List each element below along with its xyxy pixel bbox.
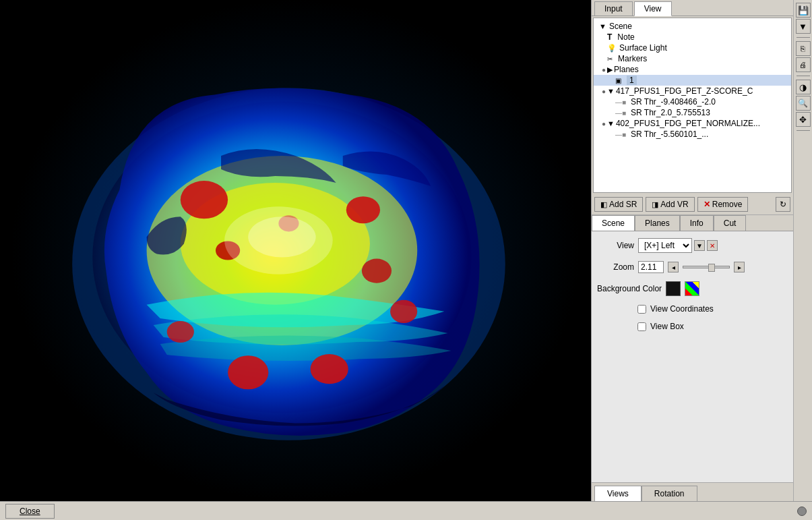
zoom-input[interactable]: [638, 261, 664, 273]
tab-planes[interactable]: Planes: [635, 215, 680, 231]
tree-item-sr-thr2[interactable]: — ■ SR Thr_2.0_5.755513: [594, 107, 791, 118]
tab-scene[interactable]: Scene: [592, 215, 635, 231]
zoom-label: Zoom: [597, 262, 634, 272]
tab-cut[interactable]: Cut: [714, 215, 747, 231]
tree-panel: ▼ Scene T Note 💡 Surface Light: [593, 18, 792, 193]
view-coords-label[interactable]: View Coordinates: [650, 304, 714, 314]
move-icon: ✥: [799, 115, 807, 125]
tree-item-sr-thr3[interactable]: — ■ SR Thr_-5.560101_...: [594, 129, 791, 140]
print-toolbar-btn[interactable]: 🖨: [796, 57, 811, 72]
bg-color-label: Background Color: [597, 284, 662, 293]
svg-point-5: [181, 181, 228, 219]
save-toolbar-btn[interactable]: 💾: [796, 3, 811, 18]
eye-pfus2-icon: ●: [602, 120, 606, 127]
tab-view[interactable]: View: [634, 1, 672, 16]
tree-item-planes-1[interactable]: ▣ 1: [594, 75, 791, 86]
sr-thr2-icon: ■: [622, 109, 626, 117]
tree-label-note: Note: [617, 32, 634, 42]
sr-thr1-icon: ■: [622, 98, 626, 106]
plane-item-icon: ▣: [615, 77, 621, 84]
add-vr-button[interactable]: ◨ Add VR: [646, 197, 694, 212]
tree-label-surface-light: Surface Light: [619, 43, 667, 53]
svg-point-7: [362, 259, 392, 283]
collapse-icon: ▼: [599, 22, 606, 30]
view-box-row: View Box: [637, 322, 788, 331]
tree-label-pfus1: 417_PFUS1_FDG_PET_Z-SCORE_C: [616, 86, 753, 96]
dash-icon1: —: [615, 98, 622, 106]
view-box-checkbox[interactable]: [637, 322, 646, 331]
pfus2-expand-icon: ▼: [607, 119, 615, 127]
tab-input[interactable]: Input: [594, 1, 633, 16]
tree-label-sr-thr2: SR Thr_2.0_5.755513: [631, 108, 710, 117]
scroll-left-btn[interactable]: ◂: [594, 193, 603, 194]
refresh-button[interactable]: ↻: [776, 197, 790, 212]
footer-tabs: Views Rotation: [592, 482, 793, 501]
tree-item-markers[interactable]: ✂ Markers: [594, 53, 791, 64]
right-toolbar: 💾 ▼ ⎘ 🖨 ◑ 🔍 ✥: [793, 0, 812, 501]
tree-label-pfus2: 402_PFUS1_FDG_PET_NORMALIZE...: [616, 119, 760, 128]
move-toolbar-btn[interactable]: ✥: [796, 112, 811, 127]
tab-info[interactable]: Info: [680, 215, 714, 231]
action-bar: ◧ Add SR ◨ Add VR ✕ Remove ↻: [592, 194, 793, 215]
scroll-right-btn[interactable]: ▸: [782, 193, 791, 194]
view-coords-row: View Coordinates: [637, 304, 788, 314]
tree-label-planes-1: 1: [627, 76, 637, 85]
tree-label-markers: Markers: [618, 54, 647, 63]
horizontal-scrollbar[interactable]: ◂ ▸: [594, 192, 791, 193]
toolbar-divider-1: [797, 37, 810, 38]
zoom-decrease-btn[interactable]: ◂: [668, 262, 679, 272]
contrast-toolbar-btn[interactable]: ◑: [796, 80, 811, 94]
eye-pfus1-icon: ●: [602, 88, 606, 95]
zoom-slider-thumb[interactable]: [708, 264, 715, 272]
eye-planes-icon: ●: [602, 66, 606, 74]
zoom-slider[interactable]: [683, 266, 730, 268]
arrow-down-icon: ▼: [799, 22, 807, 32]
sr-thr3-icon: ■: [622, 131, 626, 138]
remove-label: Remove: [712, 200, 743, 209]
tree-item-note[interactable]: T Note: [594, 32, 791, 42]
remove-x-icon: ✕: [704, 200, 710, 209]
footer-tab-views[interactable]: Views: [594, 486, 642, 501]
print-icon: 🖨: [799, 61, 807, 69]
markers-icon: ✂: [607, 55, 613, 63]
viewport: [0, 0, 591, 501]
view-select[interactable]: [X+] Left: [638, 238, 692, 253]
svg-point-9: [311, 354, 348, 384]
zoom-toolbar-btn[interactable]: 🔍: [796, 96, 811, 111]
svg-point-11: [167, 321, 194, 343]
slider-container: ◂ ▸: [668, 262, 745, 272]
view-close-btn[interactable]: ✕: [707, 240, 718, 251]
copy-toolbar-btn[interactable]: ⎘: [796, 41, 811, 56]
tree-item-sr-thr1[interactable]: — ■ SR Thr_-9.408466_-2.0: [594, 96, 791, 107]
remove-button[interactable]: ✕ Remove: [697, 197, 749, 212]
close-button[interactable]: Close: [5, 504, 55, 519]
tree-label-sr-thr1: SR Thr_-9.408466_-2.0: [631, 97, 716, 107]
tree-scroll[interactable]: ▼ Scene T Note 💡 Surface Light: [594, 18, 791, 192]
tree-label-planes: Planes: [614, 65, 639, 74]
bg-color-swatch[interactable]: [666, 281, 681, 296]
brain-visualization: [0, 0, 591, 501]
tree-item-scene[interactable]: ▼ Scene: [594, 21, 791, 32]
view-box-label[interactable]: View Box: [650, 322, 684, 331]
refresh-icon: ↻: [780, 200, 786, 209]
color-picker-btn[interactable]: [685, 281, 699, 296]
tree-label-scene: Scene: [609, 22, 632, 31]
bg-color-row: Background Color: [597, 281, 788, 296]
footer-tab-rotation[interactable]: Rotation: [642, 486, 697, 501]
zoom-increase-btn[interactable]: ▸: [734, 262, 745, 272]
tree-item-surface-light[interactable]: 💡 Surface Light: [594, 42, 791, 53]
toolbar-divider-2: [797, 76, 810, 76]
right-panel: Input View ▼ Scene T Note: [591, 0, 793, 501]
light-icon: 💡: [607, 44, 617, 53]
view-dropdown-btn[interactable]: ▼: [694, 240, 705, 251]
dash-icon2: —: [615, 109, 622, 117]
view-coords-checkbox[interactable]: [637, 305, 646, 314]
tree-item-pfus2[interactable]: ● ▼ 402_PFUS1_FDG_PET_NORMALIZE...: [594, 118, 791, 129]
tree-item-pfus1[interactable]: ● ▼ 417_PFUS1_FDG_PET_Z-SCORE_C: [594, 86, 791, 96]
save-icon: 💾: [798, 5, 809, 16]
pfus1-expand-icon: ▼: [607, 87, 615, 95]
svg-point-15: [248, 216, 315, 257]
arrow-down-toolbar-btn[interactable]: ▼: [796, 19, 811, 34]
tree-item-planes[interactable]: ● ▶ Planes: [594, 64, 791, 75]
add-sr-button[interactable]: ◧ Add SR: [594, 197, 643, 212]
